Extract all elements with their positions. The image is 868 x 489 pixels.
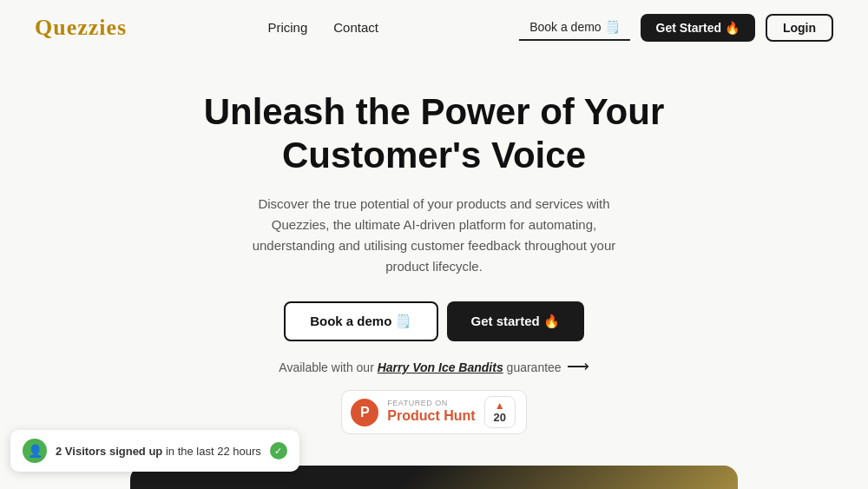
notification-icon: 👤 (23, 439, 47, 463)
product-hunt-badge[interactable]: P FEATURED ON Product Hunt ▲ 20 (341, 390, 526, 435)
ph-upvote-arrow: ▲ (495, 400, 505, 411)
hero-heading: Unleash the Power of Your Customer's Voi… (191, 90, 677, 178)
hero-description: Discover the true potential of your prod… (252, 194, 616, 277)
product-hunt-icon: P (351, 399, 378, 426)
notification-text: 2 Visitors signed up in the last 22 hour… (56, 445, 261, 458)
ph-featured-label: FEATURED ON (387, 400, 447, 407)
nav-get-started-button[interactable]: Get Started 🔥 (641, 14, 755, 42)
guarantee-text: Available with our Harry Von Ice Bandits… (17, 357, 851, 376)
guarantee-bold: Harry Von Ice Bandits (378, 360, 503, 374)
nav-link-pricing[interactable]: Pricing (267, 20, 307, 35)
nav-link-contact[interactable]: Contact (333, 20, 378, 35)
hero-section: Unleash the Power of Your Customer's Voi… (0, 56, 868, 452)
notification-popup: 👤 2 Visitors signed up in the last 22 ho… (10, 430, 299, 472)
notification-check-icon: ✓ (270, 442, 287, 459)
navbar: Quezzies Pricing Contact Book a demo 🗒️ … (0, 0, 868, 56)
hero-get-started-button[interactable]: Get started 🔥 (447, 301, 584, 341)
nav-links: Pricing Contact (267, 20, 378, 36)
arrow-icon: ⟶ (567, 357, 589, 376)
nav-login-button[interactable]: Login (766, 14, 833, 42)
logo[interactable]: Quezzies (35, 15, 127, 41)
hero-book-demo-button[interactable]: Book a demo 🗒️ (284, 301, 437, 341)
product-hunt-text: FEATURED ON Product Hunt (387, 400, 475, 424)
ph-upvote-box[interactable]: ▲ 20 (484, 396, 516, 429)
nav-book-demo-button[interactable]: Book a demo 🗒️ (519, 15, 629, 41)
ph-name: Product Hunt (387, 407, 475, 424)
ph-upvote-count: 20 (493, 411, 505, 425)
hero-buttons: Book a demo 🗒️ Get started 🔥 (17, 301, 851, 341)
nav-actions: Book a demo 🗒️ Get Started 🔥 Login (519, 14, 833, 42)
